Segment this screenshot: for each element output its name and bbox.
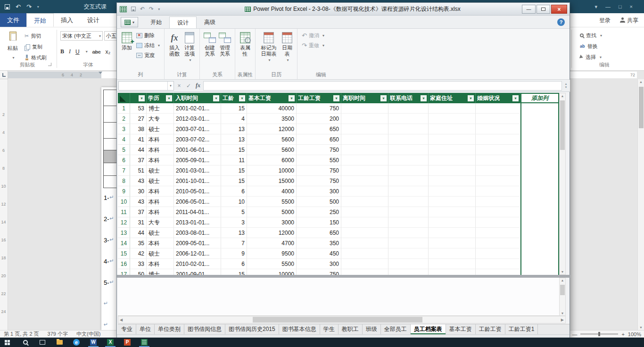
cut-button[interactable]: ✂ 剪切 [25,31,41,41]
add-column-cell[interactable] [520,165,559,176]
name-box[interactable]: ▾ [118,81,174,91]
restore-button[interactable] [537,5,550,14]
row-number[interactable]: 16 [118,259,130,269]
cell-base-salary[interactable]: 10000 [247,269,297,275]
cell-base-salary[interactable]: 9500 [247,248,297,259]
row-number[interactable]: 13 [118,228,130,238]
cell-base-salary[interactable]: 10000 [247,165,297,176]
cell-hire-date[interactable]: 2001-06-01... [174,145,221,155]
cell-phone[interactable] [388,217,429,228]
tab-advanced[interactable]: 高级 [197,17,223,28]
row-number[interactable]: 5 [118,145,130,155]
sheet-tab-12[interactable]: 工龄工资 [476,324,505,334]
cell-education[interactable]: 本科 [147,197,174,207]
word-count[interactable]: 379 个字 [48,330,68,338]
row-number[interactable]: 2 [118,114,130,124]
cell-seniority-pay[interactable]: 450 [297,248,341,259]
cell-education[interactable]: 硕士 [147,228,174,238]
sheet-tab-13[interactable]: 工龄工资1 [505,324,538,334]
cell-age[interactable]: 44 [130,145,147,155]
scroll-right-icon[interactable]: ▶ [561,318,564,322]
cell-marital-status[interactable] [476,186,520,197]
cell-base-salary[interactable]: 5600 [247,145,297,155]
cell-leave-date[interactable] [341,207,388,217]
sheet-tab-1[interactable]: 单位 [136,324,155,334]
find-button[interactable]: 查找 ▾ [580,31,602,40]
mark-as-date-table-button[interactable]: 标记为日期表 ▾ [258,31,279,65]
taskbar-edge-button[interactable]: e [68,338,85,347]
language-status[interactable]: 中文(中国) [76,330,100,338]
taskbar-word-button[interactable]: W [85,338,102,347]
filter-dropdown-icon[interactable]: ▼ [239,95,245,101]
redo-button[interactable]: ↷重做▾ [300,41,326,50]
sheet-tab-11[interactable]: 基本工资 [446,324,476,334]
cell-seniority-pay[interactable]: 200 [297,114,341,124]
scrollbar-thumb[interactable] [253,317,422,322]
sheet-tab-3[interactable]: 图书借阅信息 [184,324,225,334]
cell-age[interactable]: 27 [130,114,147,124]
taskbar-search-button[interactable] [17,338,34,347]
cell-hire-date[interactable]: 2005-09-01... [174,155,221,165]
cell-hire-date[interactable]: 2010-02-01... [174,259,221,269]
row-number[interactable]: 12 [118,217,130,228]
scrollbar-thumb[interactable] [560,100,565,150]
cell-address[interactable] [429,259,476,269]
column-header-seniority-pay[interactable]: 工龄工资▼ [297,93,341,103]
underline-button[interactable]: U [75,49,80,55]
taskbar-power-pivot-button[interactable] [136,338,153,347]
undo-icon[interactable]: ↶ [16,3,21,10]
undo-button[interactable]: ↶撤消▾ [300,31,326,41]
cell-address[interactable] [429,176,476,186]
close-icon[interactable]: × [630,4,633,9]
word-doc-page[interactable]: 1-↵2-↵3-↵4-↵5-↵↵↵ [101,87,117,330]
cell-hire-date[interactable]: 2006-12-01... [174,248,221,259]
create-relationship-button[interactable]: 创建关系 [203,31,217,58]
qat-customize-icon[interactable]: ▾ [158,7,160,11]
word-vertical-ruler[interactable]: 24681012141618202224 [0,79,8,330]
cell-age[interactable]: 43 [130,176,147,186]
sheet-tab-9[interactable]: 全部员工 [381,324,411,334]
freeze-button[interactable]: 冻结▾ [135,41,161,50]
manage-relationships-button[interactable]: 管理关系 [218,31,232,58]
close-button[interactable]: × [551,5,567,14]
cell-address[interactable] [429,207,476,217]
cell-service-years[interactable]: 11 [221,155,247,165]
cell-service-years[interactable]: 15 [221,103,247,114]
minimize-icon[interactable]: — [605,4,611,9]
cell-marital-status[interactable] [476,155,520,165]
paste-dropdown-icon[interactable]: ▾ [12,56,14,60]
add-column-cell[interactable] [520,176,559,186]
scroll-down-icon[interactable]: ▼ [560,270,565,273]
filter-dropdown-icon[interactable]: ▼ [139,95,145,101]
tab-design[interactable]: 设计 [80,13,107,27]
cell-leave-date[interactable] [341,197,388,207]
filter-dropdown-icon[interactable]: ▼ [213,95,219,101]
cell-leave-date[interactable] [341,145,388,155]
calculation-area[interactable] [118,278,559,316]
cell-base-salary[interactable]: 5500 [247,197,297,207]
redo-icon[interactable]: ↷ [149,6,154,12]
column-header-base-salary[interactable]: 基本工资▼ [247,93,297,103]
cell-leave-date[interactable] [341,114,388,124]
cell-service-years[interactable]: 13 [221,228,247,238]
tab-file[interactable]: 文件 [0,13,26,27]
calculation-area-scrollbar[interactable]: ▲ ▼ [559,278,566,316]
add-column-cell[interactable] [520,207,559,217]
scroll-left-icon[interactable]: ◀ [120,318,123,322]
column-header-leave-date[interactable]: 离职时间▼ [341,93,388,103]
cell-hire-date[interactable]: 2001-10-01... [174,176,221,186]
taskbar-task-view-button[interactable] [34,338,51,347]
cell-phone[interactable] [388,248,429,259]
taskbar-powerpoint-button[interactable]: P [119,338,136,347]
cell-address[interactable] [429,103,476,114]
undo-icon[interactable]: ↶ [140,6,145,12]
cell-marital-status[interactable] [476,238,520,248]
cell-marital-status[interactable] [476,217,520,228]
filter-dropdown-icon[interactable]: ▼ [421,95,427,101]
scroll-up-icon[interactable]: ▲ [638,80,644,83]
cell-seniority-pay[interactable]: 350 [297,238,341,248]
add-column-cell[interactable] [520,114,559,124]
cell-service-years[interactable]: 4 [221,114,247,124]
cell-hire-date[interactable]: 2001-02-01... [174,103,221,114]
cell-phone[interactable] [388,114,429,124]
